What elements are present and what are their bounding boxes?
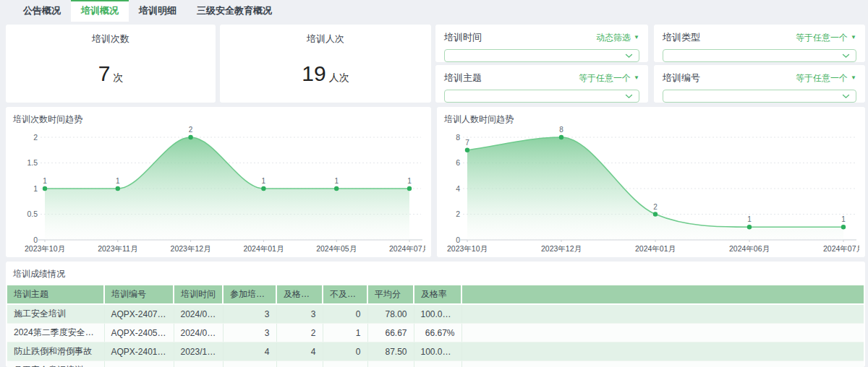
table-cell: 4 (276, 342, 323, 361)
stat-number: 19 (302, 61, 326, 86)
table-cell: AQPX-240527-001 (104, 324, 174, 342)
table-cell: 3 (223, 304, 276, 324)
top-tab-bar: 公告概况 培训概况 培训明细 三级安全教育概况 (0, 0, 868, 22)
table-cell: 员工安全意识培训 (7, 361, 104, 367)
caret-down-icon: ▼ (851, 75, 856, 81)
table-cell: 0 (323, 304, 367, 324)
table-cell: AQPX-240717-001 (104, 304, 174, 324)
stat-card-training-count: 培训次数 7 次 (6, 25, 216, 103)
svg-text:6: 6 (456, 158, 460, 167)
stat-number: 7 (98, 61, 111, 86)
table-cell: 100.00% (414, 361, 461, 367)
table-cell: 2024/05/27 (174, 324, 223, 342)
caret-down-icon: ▼ (634, 75, 639, 81)
tab-training-overview[interactable]: 培训概况 (71, 0, 129, 22)
table-cell: 1 (323, 324, 367, 342)
table-cell: 88.33 (367, 361, 414, 367)
svg-text:2: 2 (33, 133, 38, 142)
trainee-count-trend-panel: 培训人数时间趋势 0246872023年10月82023年12月22024年01… (437, 107, 865, 257)
table-cell: 0 (323, 361, 367, 367)
filter-training-number: 培训编号 等于任意一个▼ (654, 65, 865, 103)
chart-title: 培训人数时间趋势 (437, 107, 865, 126)
stat-value: 19 人次 (220, 61, 431, 86)
table-header-cell: 及格率 (414, 285, 461, 304)
table-cell: 2024/07/17 (174, 304, 223, 324)
svg-text:2023年10月: 2023年10月 (447, 244, 488, 253)
svg-text:2024年01月: 2024年01月 (635, 244, 676, 253)
filter-mode-link[interactable]: 等于任意一个▼ (579, 72, 639, 85)
table-cell: 3 (276, 304, 323, 324)
trainee-count-trend-chart: 0246872023年10月82023年12月22024年01月12024年06… (443, 126, 859, 255)
chart-title: 培训次数时间趋势 (6, 107, 431, 126)
filter-training-topic: 培训主题 等于任意一个▼ (435, 65, 648, 103)
svg-text:2023年10月: 2023年10月 (25, 244, 65, 253)
stat-title: 培训次数 (6, 25, 216, 46)
svg-text:1.5: 1.5 (27, 158, 38, 167)
table-row[interactable]: 员工安全意识培训AQPX-240108-0012023/12/1533088.3… (7, 361, 864, 367)
filter-label: 培训编号 (663, 72, 700, 85)
table-cell: 2024第二季度安全教学主题培训 (7, 324, 104, 342)
training-number-select[interactable] (663, 90, 856, 103)
caret-down-icon: ▼ (634, 35, 639, 40)
svg-text:2023年11月: 2023年11月 (98, 244, 137, 253)
training-type-select[interactable] (663, 49, 856, 62)
table-cell: 3 (223, 361, 276, 367)
training-topic-select[interactable] (444, 90, 639, 103)
chevron-down-icon (842, 94, 850, 99)
svg-text:2024年07月: 2024年07月 (389, 244, 425, 253)
filter-label: 培训时间 (444, 31, 482, 44)
table-header-cell: 培训时间 (174, 285, 223, 304)
table-cell: 施工安全培训 (7, 304, 104, 324)
table-cell: 0 (323, 342, 367, 361)
svg-text:1: 1 (747, 215, 752, 223)
table-header-row: 培训主题培训编号培训时间参加培训的人数及格人数不及格人数平均分及格率 (7, 285, 864, 304)
svg-text:1: 1 (33, 184, 38, 193)
filter-label: 培训主题 (444, 72, 482, 85)
table-header-cell: 平均分 (367, 285, 414, 304)
training-time-select[interactable] (444, 49, 639, 62)
svg-text:2: 2 (653, 203, 658, 211)
tab-training-detail[interactable]: 培训明细 (129, 0, 187, 22)
svg-text:1: 1 (841, 215, 846, 223)
svg-text:2024年05月: 2024年05月 (316, 244, 357, 253)
svg-text:1: 1 (43, 177, 47, 185)
filter-training-time: 培训时间 动态筛选▼ (435, 25, 648, 62)
svg-text:2024年01月: 2024年01月 (243, 244, 284, 253)
table-row[interactable]: 施工安全培训AQPX-240717-0012024/07/1733078.001… (7, 304, 864, 324)
chevron-down-icon (625, 94, 633, 99)
table-row[interactable]: 防止跌倒和滑倒事故AQPX-240108-0022023/12/1544087.… (7, 342, 864, 361)
filter-mode-link[interactable]: 动态筛选▼ (596, 32, 639, 44)
filter-training-type: 培训类型 等于任意一个▼ (654, 25, 865, 62)
table-header-cell: 参加培训的人数 (223, 285, 276, 304)
filter-label: 培训类型 (663, 31, 700, 44)
tab-announcement-overview[interactable]: 公告概况 (13, 0, 71, 22)
filter-mode-link[interactable]: 等于任意一个▼ (796, 72, 856, 85)
table-header-cell: 不及格人数 (323, 285, 367, 304)
tab-three-level-safety-education[interactable]: 三级安全教育概况 (187, 0, 282, 22)
svg-text:1: 1 (116, 177, 120, 185)
table-cell: AQPX-240108-002 (104, 342, 174, 361)
filter-mode-link[interactable]: 等于任意一个▼ (796, 32, 856, 44)
table-cell: 87.50 (367, 342, 414, 361)
stat-value: 7 次 (6, 61, 216, 86)
chevron-down-icon (842, 53, 850, 59)
stat-card-trainee-count: 培训人次 19 人次 (220, 25, 431, 103)
table-cell: 100.00% (414, 304, 461, 324)
svg-text:1: 1 (334, 177, 339, 185)
chevron-down-icon (625, 53, 633, 59)
table-cell (461, 342, 864, 361)
caret-down-icon: ▼ (851, 35, 856, 40)
table-cell: 66.67 (367, 324, 414, 342)
stat-unit: 次 (113, 72, 123, 85)
training-score-panel: 培训成绩情况 培训主题培训编号培训时间参加培训的人数及格人数不及格人数平均分及格… (6, 262, 865, 367)
table-cell: 3 (223, 324, 276, 342)
table-cell: 66.67% (414, 324, 461, 342)
svg-text:2024年07月: 2024年07月 (823, 244, 859, 253)
svg-text:0.5: 0.5 (27, 210, 38, 218)
svg-text:4: 4 (456, 184, 460, 193)
svg-text:8: 8 (559, 126, 563, 134)
svg-text:8: 8 (456, 133, 460, 142)
table-cell: 100.00% (414, 342, 461, 361)
svg-text:2: 2 (189, 126, 193, 134)
table-row[interactable]: 2024第二季度安全教学主题培训AQPX-240527-0012024/05/2… (7, 324, 864, 342)
